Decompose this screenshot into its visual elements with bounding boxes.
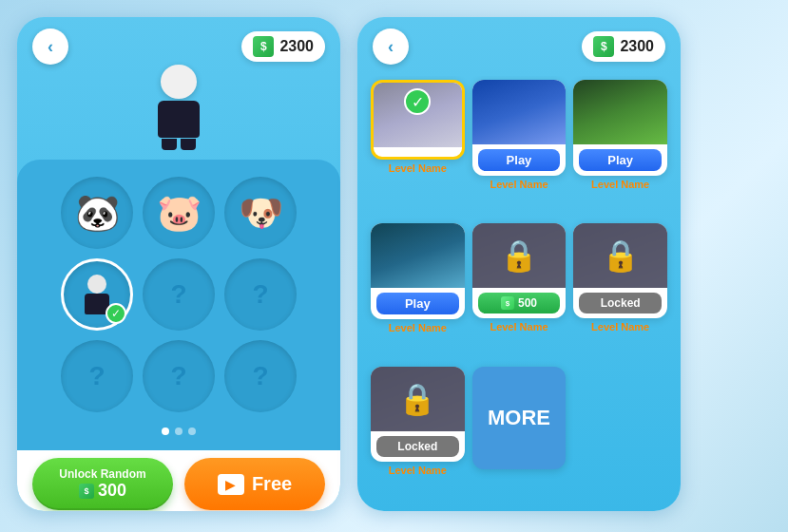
level-5-name: Level Name [472,318,567,336]
level-3-bottom: Play [573,144,667,176]
level-5-price: 500 [518,296,537,310]
level-card-2: Play Level Name [472,80,567,216]
pagination-dots [162,428,196,435]
level-5-card[interactable]: 🔒 $ 500 [472,223,567,318]
main-container: ‹ $ 2300 [0,0,788,532]
left-coin-display: $ 2300 [241,31,325,62]
level-5-lock-icon: 🔒 [500,238,538,274]
level-4-bottom: Play [371,288,465,319]
char-cell-empty-1[interactable]: ? [143,258,215,331]
char-cell-empty-2[interactable]: ? [224,258,297,331]
char-grid-section: 🐼 🐷 🐶 ✓ ? [17,160,340,450]
level-card-4: Play Level Name [371,223,465,359]
level-1-bottom [374,147,462,157]
right-coin-amount: 2300 [620,38,654,55]
level-4-thumb [371,223,465,288]
level-3-thumb [573,80,667,144]
level-3-card[interactable]: Play [573,80,667,176]
level-5-coin-unlock-button[interactable]: $ 500 [478,293,561,314]
char-cell-dog[interactable]: 🐶 [224,177,297,249]
levels-grid: ✓ Level Name Play Level Name [357,76,681,511]
right-panel: ‹ $ 2300 ✓ Level Name [357,17,681,511]
level-card-1: ✓ Level Name [371,80,465,216]
char-cell-empty-3[interactable]: ? [61,340,133,412]
level-6-thumb: 🔒 [573,223,667,288]
question-mark-3: ? [88,361,105,391]
level-card-5: 🔒 $ 500 Level Name [472,223,567,359]
level-card-6: 🔒 Locked Level Name [573,223,667,359]
left-panel: ‹ $ 2300 [17,17,340,511]
level-2-play-button[interactable]: Play [478,149,561,171]
char-body [158,101,200,138]
level-3-play-button[interactable]: Play [579,149,662,171]
question-mark-2: ? [252,279,268,310]
level-4-play-button[interactable]: Play [376,293,459,314]
level-5-coin-icon: $ [501,296,514,310]
left-coin-amount: 2300 [279,38,314,55]
level-6-name: Level Name [573,318,667,336]
dot-1 [162,428,169,435]
question-mark-4: ? [170,361,186,391]
level-card-7: 🔒 Locked Level Name [371,367,465,502]
question-mark-5: ? [252,361,268,391]
character-figure [145,65,212,150]
level-5-bottom: $ 500 [472,288,567,318]
level-7-lock-overlay: 🔒 [371,367,465,431]
level-2-thumb [472,80,567,144]
level-1-thumb: ✓ [374,83,462,147]
char-cell-suit[interactable]: ✓ [61,258,133,331]
more-card[interactable]: MORE [472,367,567,469]
level-6-bottom: Locked [573,288,667,318]
right-chevron-icon: ‹ [388,37,394,57]
level-7-bottom: Locked [371,431,465,462]
level-6-lock-icon: 🔒 [602,238,640,274]
right-back-button[interactable]: ‹ [373,28,409,65]
level-5-lock-overlay: 🔒 [472,223,567,288]
free-label: Free [252,473,292,495]
char-cell-pig[interactable]: 🐷 [143,177,215,249]
level-2-name: Level Name [472,176,567,194]
level-7-card[interactable]: 🔒 Locked [371,367,465,462]
dot-2 [175,428,183,435]
level-6-card[interactable]: 🔒 Locked [573,223,667,318]
dog-emoji: 🐶 [239,192,283,234]
level-7-name: Level Name [371,462,465,480]
level-1-name: Level Name [371,160,465,178]
level-card-3: Play Level Name [573,80,667,216]
level-3-name: Level Name [573,176,667,194]
level-6-locked-button[interactable]: Locked [579,293,662,314]
right-panel-header: ‹ $ 2300 [357,17,681,76]
left-back-button[interactable]: ‹ [32,28,68,65]
char-leg-right [181,139,196,150]
left-panel-header: ‹ $ 2300 [17,17,340,76]
unlock-random-label: Unlock Random [59,467,145,481]
char-cell-panda[interactable]: 🐼 [61,177,133,249]
video-icon: ▶ [218,474,244,495]
level-5-thumb: 🔒 [472,223,567,288]
level-1-complete-icon: ✓ [404,88,431,115]
character-display [17,65,340,150]
selected-check-icon: ✓ [106,303,126,324]
char-cell-empty-5[interactable]: ? [224,340,297,412]
panda-emoji: 🐼 [75,192,120,234]
dot-3 [188,428,196,435]
char-leg-left [162,139,177,150]
right-coin-display: $ 2300 [582,31,665,62]
level-1-card[interactable]: ✓ [371,80,465,160]
left-chevron-icon: ‹ [48,37,53,57]
unlock-random-button[interactable]: Unlock Random $ 300 [32,458,173,510]
level-7-locked-button[interactable]: Locked [376,436,459,457]
level-4-name: Level Name [371,319,465,337]
level-2-card[interactable]: Play [472,80,567,176]
right-coin-symbol: $ [601,40,607,53]
char-cell-empty-4[interactable]: ? [143,340,215,412]
left-coin-symbol: $ [260,40,267,53]
unlock-price-row: $ 300 [79,481,126,501]
free-button[interactable]: ▶ Free [184,458,325,510]
char-grid: 🐼 🐷 🐶 ✓ ? [61,177,297,412]
char-legs [162,139,196,150]
level-4-card[interactable]: Play [371,223,465,319]
level-7-thumb: 🔒 [371,367,465,431]
right-coin-icon: $ [593,36,614,57]
bottom-buttons: Unlock Random $ 300 ▶ Free [17,450,340,511]
